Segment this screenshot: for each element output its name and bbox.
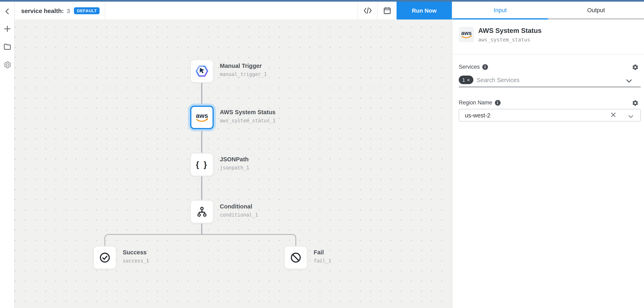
panel-divider [452, 54, 644, 54]
files-button[interactable] [0, 40, 15, 54]
back-button[interactable] [0, 4, 15, 19]
panel-node-title: AWS System Status [478, 27, 542, 34]
services-dropdown-toggle[interactable] [626, 77, 632, 84]
toolbar-divider [105, 2, 105, 20]
panel-node-id: aws_system_status [478, 36, 530, 43]
services-search-placeholder[interactable]: Search Services [476, 77, 520, 83]
schedule-button[interactable] [378, 2, 397, 20]
info-icon[interactable]: i [482, 64, 488, 70]
services-select-underline [459, 86, 641, 87]
node-title: JSONPath [220, 156, 249, 162]
chip-count: 1 [462, 78, 465, 82]
left-sidebar [0, 2, 15, 308]
conditional-icon [196, 206, 208, 218]
folder-icon [4, 44, 11, 50]
node-title: Conditional [220, 203, 252, 210]
tab-output[interactable]: Output [548, 2, 644, 18]
gear-icon [4, 61, 11, 68]
node-title: Success [123, 249, 147, 256]
calendar-icon [384, 7, 391, 14]
info-icon[interactable]: i [495, 100, 500, 106]
node-fail[interactable] [284, 246, 308, 270]
inactive-tab-underline [548, 18, 644, 20]
braces-icon: { } [196, 160, 208, 169]
services-label-row: Services i [459, 64, 488, 70]
tab-output-label: Output [587, 7, 605, 13]
branch-connector [104, 234, 296, 246]
active-tab-underline [452, 18, 548, 20]
region-label: Region Name [459, 100, 492, 106]
aws-icon [460, 30, 473, 40]
workflow-title: service health: [21, 7, 64, 14]
region-select-box [459, 109, 641, 122]
node-conditional[interactable] [190, 200, 214, 224]
node-id: aws_system_status_1 [220, 118, 276, 124]
default-badge: DEFAULT [74, 7, 100, 14]
config-panel: Input Output AWS System Status aws_syste… [452, 2, 644, 308]
services-settings-button[interactable] [631, 63, 639, 71]
node-jsonpath[interactable]: { } [190, 153, 214, 176]
node-success[interactable] [93, 246, 116, 270]
node-id: success_1 [123, 258, 149, 264]
manual-trigger-icon [194, 64, 210, 79]
node-id: jsonpath_1 [220, 165, 249, 171]
region-clear-button[interactable] [611, 112, 616, 119]
code-icon [364, 7, 372, 14]
services-selected-chip[interactable]: 1 × [459, 76, 474, 84]
workflow-version: 3 [67, 7, 70, 14]
fail-prohibited-icon [290, 252, 302, 263]
chevron-down-icon [628, 115, 634, 118]
node-aws-system-status[interactable] [190, 106, 214, 129]
node-id: manual_trigger_1 [220, 72, 267, 77]
toolbar: service health: 3 DEFAULT Run Now [15, 2, 452, 20]
connector [201, 176, 202, 200]
region-dropdown-toggle[interactable] [628, 112, 634, 120]
gear-icon [632, 99, 638, 106]
app-window: service health: 3 DEFAULT Run Now [0, 0, 644, 308]
code-view-button[interactable] [358, 2, 378, 20]
close-icon [611, 112, 616, 118]
chevron-left-icon [4, 8, 10, 15]
workflow-title-group: service health: 3 DEFAULT [21, 2, 100, 20]
success-check-icon [99, 252, 110, 263]
node-id: fail_1 [314, 258, 331, 264]
tab-input-label: Input [494, 7, 507, 13]
window-top-strip [0, 0, 644, 2]
region-label-row: Region Name i [459, 100, 500, 106]
node-title: Manual Trigger [220, 62, 262, 69]
chevron-down-icon [626, 79, 632, 83]
aws-icon [194, 112, 210, 123]
node-title: AWS System Status [220, 109, 276, 116]
panel-node-icon-tile [459, 27, 474, 42]
node-title: Fail [314, 249, 324, 256]
tab-input[interactable]: Input [452, 2, 548, 18]
node-manual-trigger[interactable] [190, 59, 214, 83]
connector [201, 129, 202, 153]
plus-icon [4, 25, 11, 32]
connector [201, 83, 202, 106]
gear-icon [632, 64, 638, 70]
region-input[interactable] [464, 112, 600, 119]
chip-remove-icon[interactable]: × [467, 78, 470, 82]
region-settings-button[interactable] [631, 99, 639, 107]
connector [201, 224, 202, 234]
run-now-button[interactable]: Run Now [396, 2, 452, 20]
workflow-canvas[interactable]: Manual Trigger manual_trigger_1 AWS Syst… [15, 20, 452, 308]
services-label: Services [459, 64, 480, 70]
settings-button[interactable] [0, 57, 15, 72]
add-node-button[interactable] [0, 22, 15, 36]
node-id: conditional_1 [220, 212, 258, 218]
